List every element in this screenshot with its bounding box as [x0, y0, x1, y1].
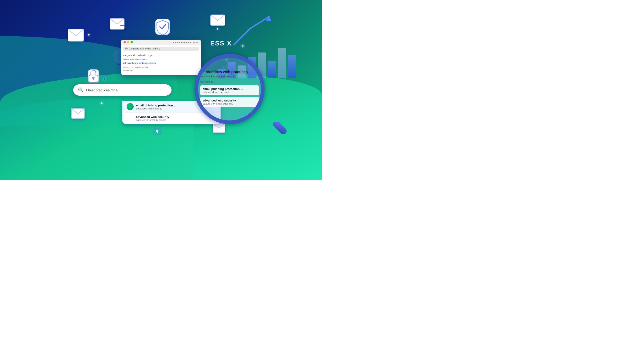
mag-sub1: seccurity han amuilail security	[200, 75, 259, 78]
magnifier-glass: ail practices web practices seccurity ha…	[194, 54, 265, 124]
browser-titlebar: ●●●●●●●●●● ——	[121, 40, 201, 45]
plus-icon-1: +	[103, 76, 106, 82]
mag-item-2-title: advanced web security	[203, 99, 256, 102]
browser-btn-red[interactable]	[124, 41, 126, 43]
svg-rect-24	[93, 78, 94, 80]
search-bar[interactable]: 🔍 I best practices for e	[73, 84, 172, 96]
magnified-content: ail practices web practices seccurity ha…	[200, 70, 259, 108]
envelope-icon-bottom-left	[71, 108, 85, 119]
dropdown-item-1-content: email phishing protection ... advanced w…	[136, 104, 176, 110]
mag-title: ail practices web practices	[200, 70, 259, 74]
browser-window: ●●●●●●●●●● —— 8% Canguats aill dreyliam …	[121, 40, 201, 75]
mag-item-1-sub: advanced web security	[203, 91, 256, 94]
sparkle-icon-4: ✦	[216, 27, 219, 31]
browser-url-text: 8% Canguats aill dreyliam in Long-	[125, 47, 161, 50]
mag-item-2: advanced web security easures for small …	[200, 97, 259, 107]
dropdown-item-1-icon: ↑↓	[126, 103, 134, 110]
dropdown-item-2-title: advanced web security	[136, 115, 169, 119]
mag-item-1: email phishing protection ... advanced w…	[200, 85, 259, 95]
main-scene: ✦ ✦ ✦ ✦ ✦ + + ESS X	[0, 0, 322, 180]
search-bar-icon: 🔍	[78, 87, 84, 93]
dropdown-item-1-title: email phishing protection ...	[136, 104, 176, 107]
lock-icon-bottom	[152, 122, 163, 137]
dropdown-item-2-content: advanced web security easures for small …	[126, 115, 169, 121]
envelope-icon-large-tl	[68, 29, 84, 42]
magnifier: ail practices web practices seccurity ha…	[194, 54, 284, 143]
browser-content: Canguats aill dreyliam in Long- lls liml…	[121, 52, 201, 75]
svg-rect-27	[157, 131, 158, 133]
svg-rect-29	[272, 122, 288, 136]
browser-btn-green[interactable]	[130, 41, 133, 43]
mag-sub2: tail security...	[200, 80, 259, 83]
browser-line-2: lls limly dedichets recrylumy.	[123, 58, 199, 61]
svg-rect-2	[120, 25, 124, 26]
sparkle-icon-3: ✦	[90, 68, 94, 74]
dropdown-item-1-sub: advanced web security	[136, 107, 176, 110]
shield-icon	[154, 18, 171, 37]
chart-bar-8	[288, 55, 296, 78]
search-bar-text: I best practices for e	[86, 88, 118, 92]
sparkle-icon-1: ✦	[87, 32, 90, 38]
envelope-icon-top-right	[210, 14, 225, 26]
dropdown-item-2-sub: easures for small business	[136, 119, 169, 121]
envelope-icon-minus	[110, 18, 125, 30]
sparkle-icon-2: ✦	[100, 101, 104, 106]
search-container: 🔍 I best practices for e	[73, 84, 172, 96]
browser-url-bar: 8% Canguats aill dreyliam in Long-	[123, 47, 199, 51]
growth-arrow	[232, 14, 274, 48]
browser-result-title: ail practices web practices	[123, 61, 199, 65]
browser-result-sub1: seccurity han amuilail security	[123, 66, 199, 68]
mag-item-1-title: email phishing protection ...	[203, 87, 256, 91]
browser-line-1: Canguats aill dreyliam in Long-	[123, 54, 199, 57]
browser-btn-yellow[interactable]	[127, 41, 130, 43]
browser-toolbar-dots: ●●●●●●●●●● ——	[173, 41, 198, 44]
magnifier-handle-svg	[253, 122, 290, 150]
mag-item-2-sub: easures for small business	[203, 102, 256, 105]
browser-result-sub2: tail security...	[123, 69, 199, 72]
